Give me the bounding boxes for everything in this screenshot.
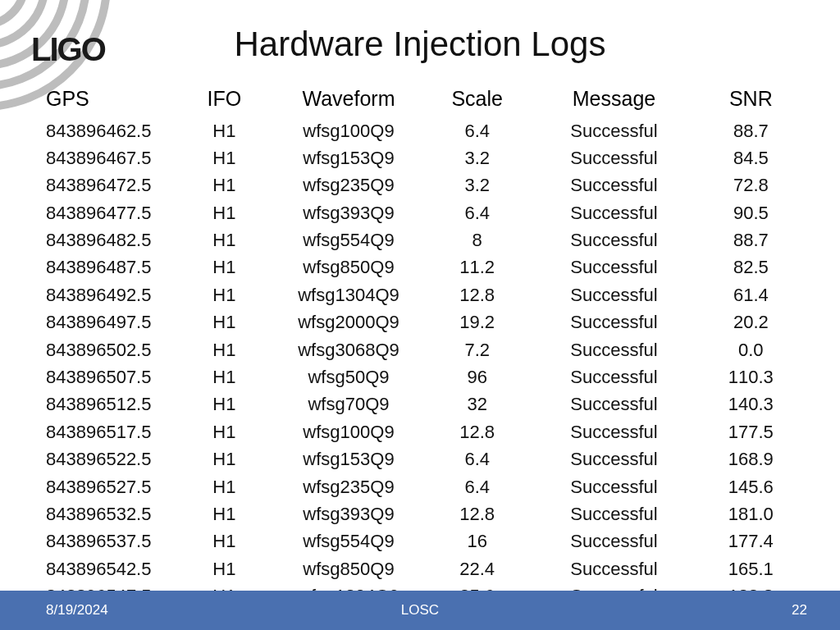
table-row: 843896512.5H1wfsg70Q932Successful140.3: [46, 391, 801, 418]
table-row: 843896482.5H1wfsg554Q98Successful88.7: [46, 227, 801, 254]
table-row: 843896502.5H1wfsg3068Q97.2Successful0.0: [46, 336, 801, 363]
table-row: 843896477.5H1wfsg393Q96.4Successful90.5: [46, 199, 801, 226]
col-header-ifo: IFO: [179, 84, 270, 117]
table-row: 843896487.5H1wfsg850Q911.2Successful82.5: [46, 254, 801, 281]
col-header-gps: GPS: [46, 84, 179, 117]
injection-log-table: GPSIFOWaveformScaleMessageSNR 843896462.…: [46, 84, 801, 610]
slide-title: Hardware Injection Logs: [0, 25, 840, 64]
table-row: 843896532.5H1wfsg393Q912.8Successful181.…: [46, 500, 801, 527]
table-row: 843896537.5H1wfsg554Q916Successful177.4: [46, 528, 801, 555]
svg-point-0: [0, 0, 25, 25]
col-header-scale: Scale: [427, 84, 527, 117]
col-header-message: Message: [527, 84, 701, 117]
table-row: 843896522.5H1wfsg153Q96.4Successful168.9: [46, 446, 801, 473]
footer-page-number: 22: [792, 602, 807, 619]
table-row: 843896527.5H1wfsg235Q96.4Successful145.6: [46, 473, 801, 500]
table-row: 843896462.5H1wfsg100Q96.4Successful88.7: [46, 117, 801, 144]
table-row: 843896497.5H1wfsg2000Q919.2Successful20.…: [46, 309, 801, 336]
col-header-snr: SNR: [701, 84, 801, 117]
footer-center: LOSC: [0, 602, 840, 619]
slide-footer: 8/19/2024 LOSC 22: [0, 591, 840, 630]
table-row: 843896492.5H1wfsg1304Q912.8Successful61.…: [46, 281, 801, 308]
table-row: 843896507.5H1wfsg50Q996Successful110.3: [46, 364, 801, 391]
table-row: 843896517.5H1wfsg100Q912.8Successful177.…: [46, 418, 801, 445]
table-row: 843896467.5H1wfsg153Q93.2Successful84.5: [46, 144, 801, 171]
table-row: 843896472.5H1wfsg235Q93.2Successful72.8: [46, 172, 801, 199]
col-header-waveform: Waveform: [270, 84, 427, 117]
table-row: 843896542.5H1wfsg850Q922.4Successful165.…: [46, 555, 801, 582]
